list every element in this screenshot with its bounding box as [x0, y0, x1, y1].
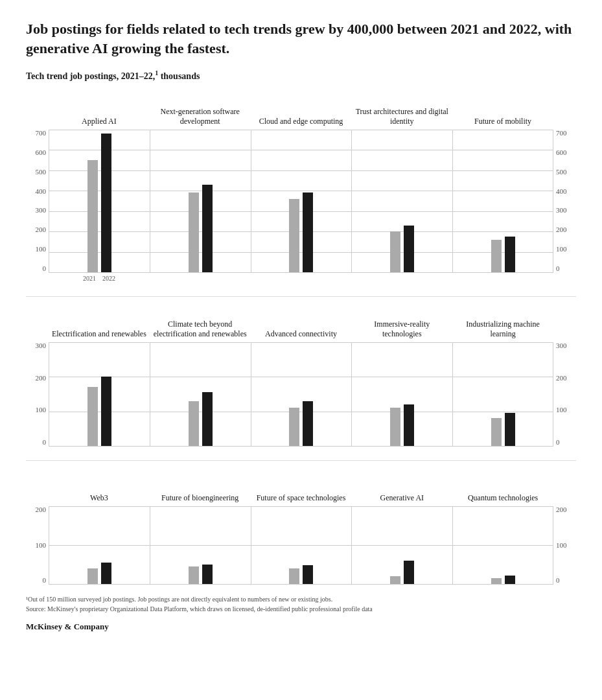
bar-2022-1-2: [303, 401, 313, 446]
chart-title-2-1: Future of bioengineering: [150, 471, 251, 504]
bar-2021-1-1: [189, 401, 199, 446]
chart-title-1-2: Advanced connectivity: [251, 307, 352, 340]
chart-title-1-1: Climate tech beyond electrification and …: [150, 307, 251, 340]
chart-title-2-4: Quantum technologies: [452, 471, 553, 504]
y-axis-right-2: 2001000: [553, 506, 576, 584]
bar-2021-1-2: [289, 408, 299, 446]
bar-cell-1-2: [251, 342, 352, 446]
bar-2021-2-2: [289, 568, 299, 584]
chart-title-1-4: Industrializing machine learning: [452, 307, 553, 340]
bar-cell-2-1: [150, 506, 251, 584]
bar-2022-0-2: [303, 192, 313, 272]
bar-cell-0-2: [251, 130, 352, 272]
chart-title-0-0: Applied AI: [49, 95, 150, 127]
y-axis-left-1: 3002001000: [26, 342, 49, 446]
brand-label: McKinsey & Company: [26, 622, 576, 632]
bar-2022-1-3: [404, 404, 414, 446]
bar-2021-2-4: [491, 578, 502, 584]
bar-cell-2-4: [452, 506, 553, 584]
footnotes: ¹Out of 150 million surveyed job posting…: [26, 594, 576, 614]
bar-2021-1-0: [87, 387, 98, 446]
chart-title-1-3: Immersive-reality technologies: [351, 307, 452, 340]
subtitle: Tech trend job postings, 2021–22,1 thous…: [26, 69, 576, 82]
bar-cell-1-3: [351, 342, 452, 446]
bar-cell-2-0: [49, 506, 150, 584]
bar-cell-0-1: [150, 130, 251, 272]
chart-section-2: Web3Future of bioengineeringFuture of sp…: [26, 471, 576, 584]
bar-2022-2-4: [505, 576, 515, 584]
bar-cell-0-0: [49, 130, 150, 272]
bar-2021-2-0: [87, 568, 98, 584]
bar-2022-1-1: [202, 392, 213, 446]
bar-2021-2-1: [189, 566, 199, 584]
bar-2022-2-3: [404, 561, 414, 584]
page-title: Job postings for fields related to tech …: [26, 19, 576, 58]
x-label-2022: 2022: [102, 275, 115, 282]
x-label-2021: 2021: [83, 275, 96, 282]
bar-cell-1-1: [150, 342, 251, 446]
bar-2021-0-3: [390, 231, 400, 272]
bar-2022-2-0: [101, 563, 111, 584]
chart-title-2-3: Generative AI: [351, 471, 452, 504]
chart-title-0-1: Next-generation software development: [150, 95, 251, 127]
chart-section-1: Electrification and renewablesClimate te…: [26, 307, 576, 461]
chart-title-0-4: Future of mobility: [452, 95, 553, 127]
chart-title-1-0: Electrification and renewables: [49, 307, 150, 340]
bar-2022-0-3: [404, 226, 414, 272]
y-axis-left-0: 7006005004003002001000: [26, 130, 49, 272]
bar-2022-2-2: [303, 565, 313, 584]
bar-2022-0-0: [101, 134, 111, 272]
charts-container: Applied AINext-generation software devel…: [26, 95, 576, 584]
chart-section-0: Applied AINext-generation software devel…: [26, 95, 576, 297]
y-axis-left-2: 2001000: [26, 506, 49, 584]
bar-2022-2-1: [202, 565, 213, 584]
bar-cell-0-4: [452, 130, 553, 272]
bar-2021-0-0: [87, 160, 98, 272]
y-axis-right-1: 3002001000: [553, 342, 576, 446]
bar-2021-1-3: [390, 408, 400, 446]
chart-title-2-0: Web3: [49, 471, 150, 504]
bar-cell-2-3: [351, 506, 452, 584]
bar-2022-0-1: [202, 185, 213, 272]
bar-2022-1-4: [505, 413, 515, 446]
chart-title-0-3: Trust architectures and digital identity: [351, 95, 452, 127]
bar-cell-1-4: [452, 342, 553, 446]
bar-2021-1-4: [491, 418, 502, 446]
bar-cell-0-3: [351, 130, 452, 272]
bar-2021-0-4: [491, 240, 502, 272]
bar-2022-0-4: [505, 237, 515, 272]
bar-2022-1-0: [101, 377, 111, 446]
chart-title-2-2: Future of space technologies: [251, 471, 352, 504]
bar-cell-1-0: [49, 342, 150, 446]
bar-2021-0-1: [189, 192, 199, 272]
y-axis-right-0: 7006005004003002001000: [553, 130, 576, 272]
bar-2021-0-2: [289, 199, 299, 272]
chart-title-0-2: Cloud and edge computing: [251, 95, 352, 127]
bar-2021-2-3: [390, 576, 400, 584]
bar-cell-2-2: [251, 506, 352, 584]
